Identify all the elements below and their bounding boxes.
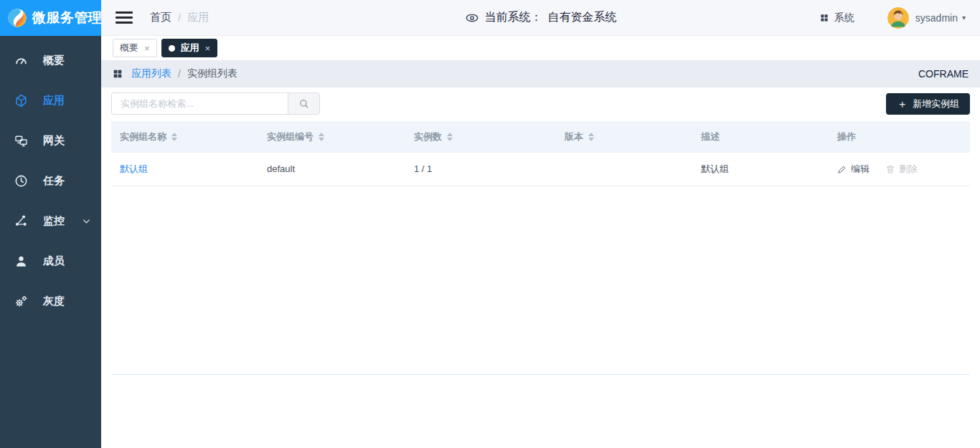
user-icon bbox=[14, 254, 28, 268]
caret-down-icon: ▾ bbox=[962, 14, 966, 22]
sidebar-nav: 概要 应用 网关 bbox=[0, 36, 101, 321]
sidebar-item-applications[interactable]: 应用 bbox=[0, 80, 101, 120]
search-button[interactable] bbox=[288, 92, 320, 115]
app-root: 微服务管理 概要 应用 bbox=[0, 0, 980, 448]
close-icon[interactable]: × bbox=[205, 44, 211, 53]
sort-icon[interactable] bbox=[447, 133, 453, 141]
group-code-cell: default bbox=[258, 153, 405, 186]
sidebar-item-label: 成员 bbox=[43, 254, 65, 268]
breadcrumb-current: 应用 bbox=[187, 11, 209, 24]
breadcrumb-home[interactable]: 首页 bbox=[150, 11, 171, 24]
topbar-right: 系统 sysadmin ▾ bbox=[819, 7, 966, 29]
col-header-group-code: 实例组编号 bbox=[258, 121, 405, 153]
avatar-image bbox=[887, 7, 909, 29]
sidebar-item-tasks[interactable]: 任务 bbox=[0, 161, 101, 201]
system-menu-label: 系统 bbox=[834, 11, 854, 24]
edit-action[interactable]: 编辑 bbox=[837, 163, 870, 176]
close-icon[interactable]: × bbox=[144, 44, 150, 53]
table-row: 默认组 default 1 / 1 默认组 bbox=[111, 153, 970, 186]
sidebar-item-gateway[interactable]: 网关 bbox=[0, 120, 101, 161]
edit-label: 编辑 bbox=[851, 163, 870, 176]
add-button-label: 新增实例组 bbox=[913, 97, 959, 110]
search-input[interactable] bbox=[111, 92, 288, 115]
sidebar-item-label: 概要 bbox=[43, 54, 65, 67]
chevron-down-icon[interactable] bbox=[82, 216, 91, 226]
table-header-row: 实例组名称 实例组编号 实例数 bbox=[111, 121, 970, 153]
eye-icon bbox=[465, 11, 479, 25]
breadcrumb-app-list-link[interactable]: 应用列表 bbox=[131, 67, 171, 80]
gateway-icon bbox=[14, 134, 28, 148]
search-icon bbox=[298, 98, 309, 109]
col-header-group-name: 实例组名称 bbox=[111, 121, 258, 153]
sidebar-item-label: 任务 bbox=[43, 174, 65, 188]
col-header-description: 描述 bbox=[692, 121, 829, 153]
brand-title: 微服务管理 bbox=[32, 9, 103, 27]
gauge-icon bbox=[14, 54, 28, 67]
breadcrumb: 首页 / 应用 bbox=[150, 11, 209, 24]
add-instance-group-button[interactable]: ＋ 新增实例组 bbox=[886, 93, 970, 115]
sort-icon[interactable] bbox=[588, 133, 594, 141]
trash-icon bbox=[885, 164, 895, 174]
cube-icon bbox=[14, 94, 28, 108]
sidebar-item-gray-release[interactable]: 灰度 bbox=[0, 281, 101, 321]
col-header-actions: 操作 bbox=[829, 121, 970, 153]
brand-logo[interactable]: 微服务管理 bbox=[0, 0, 101, 36]
version-cell bbox=[556, 153, 692, 186]
delete-action[interactable]: 删除 bbox=[885, 163, 918, 176]
menu-icon[interactable] bbox=[116, 11, 133, 24]
tab-overview[interactable]: 概要 × bbox=[113, 39, 157, 57]
current-system-label: 当前系统： bbox=[485, 10, 542, 25]
sidebar-item-monitoring[interactable]: 监控 bbox=[0, 201, 101, 241]
open-tabs-bar: 概要 × 应用 × bbox=[101, 36, 980, 60]
sidebar-item-overview[interactable]: 概要 bbox=[0, 40, 101, 80]
delete-label: 删除 bbox=[899, 163, 918, 176]
col-header-instance-count: 实例数 bbox=[405, 121, 556, 153]
page-breadcrumb-bar: 应用列表 / 实例组列表 COFRAME bbox=[101, 60, 980, 87]
clock-icon bbox=[14, 174, 28, 188]
toolbar: ＋ 新增实例组 bbox=[111, 92, 970, 115]
main-area: 首页 / 应用 当前系统：自有资金系统 系统 bbox=[101, 0, 980, 448]
tab-label: 概要 bbox=[120, 42, 138, 54]
grid-icon bbox=[113, 69, 123, 79]
user-menu[interactable]: sysadmin ▾ bbox=[915, 12, 966, 24]
content-panel: ＋ 新增实例组 实例组名称 bbox=[101, 87, 980, 448]
tab-label: 应用 bbox=[181, 42, 199, 54]
active-dot-icon bbox=[169, 45, 175, 52]
avatar[interactable] bbox=[887, 7, 909, 29]
username-label: sysadmin bbox=[915, 12, 958, 24]
pencil-icon bbox=[837, 164, 847, 174]
group-name-link[interactable]: 默认组 bbox=[120, 163, 148, 174]
breadcrumb-current-page: 实例组列表 bbox=[187, 67, 237, 80]
breadcrumb-separator: / bbox=[178, 68, 181, 80]
sort-icon[interactable] bbox=[171, 133, 177, 141]
sidebar-item-label: 应用 bbox=[43, 94, 65, 108]
system-menu[interactable]: 系统 bbox=[819, 11, 854, 24]
current-system-banner: 当前系统：自有资金系统 bbox=[465, 10, 617, 25]
sidebar-item-members[interactable]: 成员 bbox=[0, 241, 101, 281]
tab-applications[interactable]: 应用 × bbox=[161, 39, 218, 57]
grid-icon bbox=[819, 13, 829, 23]
search-box bbox=[111, 92, 320, 115]
breadcrumb-separator: / bbox=[178, 11, 181, 24]
sidebar-item-label: 灰度 bbox=[43, 295, 65, 308]
sidebar-item-label: 网关 bbox=[43, 134, 65, 148]
plus-icon: ＋ bbox=[897, 98, 908, 109]
instance-group-table: 实例组名称 实例组编号 实例数 bbox=[111, 121, 970, 375]
sidebar: 微服务管理 概要 应用 bbox=[0, 0, 101, 448]
sidebar-item-label: 监控 bbox=[43, 214, 65, 228]
gears-icon bbox=[14, 295, 28, 308]
phoenix-logo-icon bbox=[6, 7, 28, 29]
sort-icon[interactable] bbox=[319, 133, 324, 141]
description-cell: 默认组 bbox=[692, 153, 829, 186]
nodes-icon bbox=[14, 214, 28, 228]
current-system-value: 自有资金系统 bbox=[548, 10, 617, 25]
instance-count-cell: 1 / 1 bbox=[405, 153, 556, 186]
topbar: 首页 / 应用 当前系统：自有资金系统 系统 bbox=[101, 0, 980, 36]
project-name: COFRAME bbox=[918, 68, 969, 80]
row-actions: 编辑 删除 bbox=[837, 163, 961, 176]
col-header-version: 版本 bbox=[556, 121, 692, 153]
